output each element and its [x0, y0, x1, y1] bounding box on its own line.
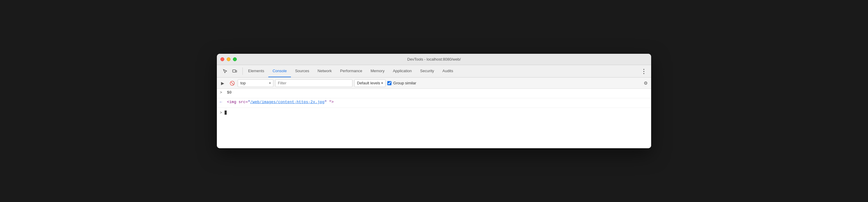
- console-line-1: > $0: [217, 89, 651, 98]
- tab-security[interactable]: Security: [416, 65, 438, 77]
- console-cursor: [225, 110, 227, 115]
- console-output-link[interactable]: /web/images/content-https-2x.jpg: [250, 100, 324, 104]
- code-tag-open: <img src=: [227, 100, 248, 104]
- levels-label: Default levels: [357, 81, 380, 85]
- device-toolbar-icon-button[interactable]: [230, 67, 239, 75]
- console-output-area: > $0 ← <img src="/web/images/content-htt…: [217, 89, 651, 148]
- console-input-prompt-1: >: [220, 90, 225, 95]
- console-toolbar: ▶ 🚫 top ▾ Default levels ▾ Group similar…: [217, 77, 651, 89]
- tab-console[interactable]: Console: [268, 65, 291, 77]
- svg-rect-0: [232, 70, 236, 72]
- maximize-button[interactable]: [233, 57, 237, 61]
- console-active-prompt: >: [220, 110, 222, 115]
- more-tabs-button[interactable]: ⋮: [638, 65, 649, 77]
- group-similar-label[interactable]: Group similar: [387, 81, 416, 85]
- group-similar-checkbox[interactable]: [387, 81, 392, 85]
- context-dropdown-arrow: ▾: [269, 81, 271, 85]
- filter-input[interactable]: [275, 79, 352, 87]
- tab-performance[interactable]: Performance: [336, 65, 366, 77]
- console-output-prompt-1: ←: [220, 100, 225, 104]
- tab-elements[interactable]: Elements: [244, 65, 268, 77]
- tab-sources[interactable]: Sources: [291, 65, 313, 77]
- traffic-lights: [220, 57, 237, 61]
- settings-icon: ⚙: [644, 80, 648, 86]
- console-line-2: ← <img src="/web/images/content-https-2x…: [217, 98, 651, 108]
- levels-dropdown-arrow: ▾: [381, 81, 383, 85]
- inspect-icon-button[interactable]: [221, 67, 229, 75]
- context-value: top: [240, 81, 246, 85]
- context-selector[interactable]: top ▾: [238, 79, 273, 87]
- code-quote-open: ": [248, 100, 250, 104]
- levels-selector[interactable]: Default levels ▾: [354, 79, 385, 87]
- window-title: DevTools - localhost:8080/web/: [407, 57, 461, 62]
- code-tag-attr: ": [327, 100, 331, 104]
- tabs-bar: Elements Console Sources Network Perform…: [217, 65, 651, 77]
- execute-icon: ▶: [221, 81, 224, 86]
- clear-icon: 🚫: [230, 81, 235, 86]
- tab-memory[interactable]: Memory: [367, 65, 389, 77]
- minimize-button[interactable]: [227, 57, 230, 61]
- code-tag-close: >: [331, 100, 334, 104]
- console-input-text-1: $0: [227, 90, 232, 95]
- tab-audits[interactable]: Audits: [438, 65, 457, 77]
- tab-network[interactable]: Network: [313, 65, 336, 77]
- clear-console-button[interactable]: 🚫: [228, 79, 236, 87]
- group-similar-text: Group similar: [393, 81, 416, 85]
- settings-button[interactable]: ⚙: [642, 79, 649, 87]
- close-button[interactable]: [220, 57, 224, 61]
- console-output-text-1: <img src="/web/images/content-https-2x.j…: [227, 100, 334, 104]
- console-active-input-line[interactable]: >: [217, 108, 651, 117]
- tab-separator: [242, 67, 243, 75]
- tab-icon-group: [219, 65, 241, 77]
- tab-application[interactable]: Application: [389, 65, 416, 77]
- execute-context-button[interactable]: ▶: [219, 79, 226, 87]
- title-bar: DevTools - localhost:8080/web/: [217, 54, 651, 65]
- svg-rect-1: [236, 70, 237, 72]
- devtools-window: DevTools - localhost:8080/web/ Elements …: [217, 54, 651, 148]
